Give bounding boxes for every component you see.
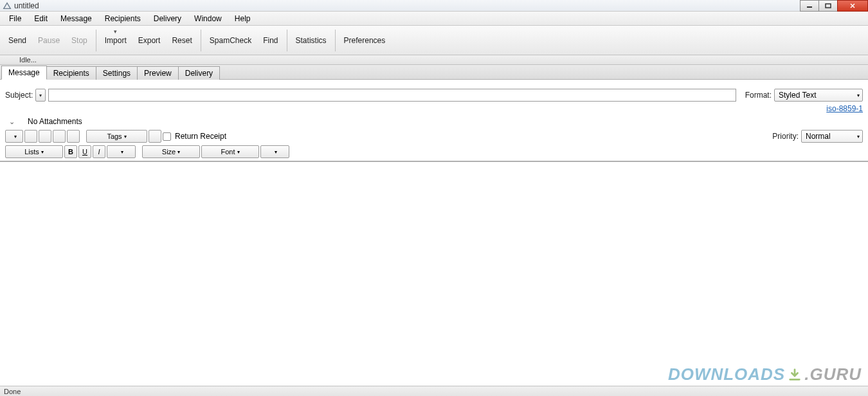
tab-preview[interactable]: Preview — [137, 66, 179, 80]
toolbar: Send Pause Stop ▾Import Export Reset Spa… — [0, 26, 868, 55]
option-button-5[interactable] — [67, 130, 80, 143]
menu-file[interactable]: File — [3, 12, 28, 25]
style-button-2[interactable]: ▾ — [260, 145, 289, 158]
menu-recipients[interactable]: Recipients — [98, 12, 147, 25]
chevron-down-icon: ▾ — [121, 149, 123, 155]
option-button-6[interactable] — [149, 130, 161, 143]
tab-delivery[interactable]: Delivery — [178, 66, 220, 80]
close-button[interactable] — [837, 0, 868, 12]
priority-select[interactable]: Normal ▾ — [801, 130, 863, 143]
priority-label: Priority: — [772, 132, 799, 141]
chevron-down-icon: ▾ — [853, 134, 860, 140]
chevron-down-icon: ▾ — [114, 28, 117, 35]
option-button-4[interactable] — [53, 130, 66, 143]
attachments-row: ⌄ No Attachments — [5, 117, 863, 126]
download-icon — [788, 368, 802, 382]
menu-window[interactable]: Window — [188, 12, 228, 25]
underline-button[interactable]: U — [78, 145, 91, 158]
stop-button[interactable]: Stop — [66, 33, 93, 48]
svg-rect-0 — [807, 6, 812, 8]
toolbar-separator — [287, 30, 287, 51]
menubar: File Edit Message Recipients Delivery Wi… — [0, 12, 868, 26]
pause-button[interactable]: Pause — [32, 33, 66, 48]
app-icon — [3, 1, 12, 10]
titlebar: untitled — [0, 0, 868, 12]
size-button[interactable]: Size▾ — [142, 145, 200, 158]
priority-value: Normal — [806, 132, 831, 141]
tags-button[interactable]: Tags▾ — [86, 130, 147, 143]
lists-button[interactable]: Lists▾ — [5, 145, 63, 158]
import-button[interactable]: ▾Import — [99, 33, 132, 48]
tab-recipients[interactable]: Recipients — [46, 66, 96, 80]
spamcheck-button[interactable]: SpamCheck — [204, 33, 257, 48]
chevron-down-icon: ▾ — [177, 149, 180, 155]
tab-message[interactable]: Message — [1, 66, 47, 80]
message-panel: Subject: ▾ Format: Styled Text ▾ iso-885… — [0, 80, 868, 368]
menu-delivery[interactable]: Delivery — [147, 12, 188, 25]
subject-label: Subject: — [5, 91, 33, 100]
window-controls — [800, 0, 868, 12]
menu-message[interactable]: Message — [54, 12, 98, 25]
status-text: Idle... — [19, 56, 37, 64]
toolbar-separator — [201, 30, 201, 51]
statistics-button[interactable]: Statistics — [290, 33, 332, 48]
find-button[interactable]: Find — [257, 33, 284, 48]
window-title: untitled — [14, 1, 39, 10]
attachments-label: No Attachments — [28, 117, 82, 126]
maximize-button[interactable] — [818, 0, 838, 12]
chevron-down-icon: ▾ — [124, 134, 127, 140]
export-button[interactable]: Export — [132, 33, 167, 48]
menu-edit[interactable]: Edit — [28, 12, 54, 25]
message-editor[interactable] — [5, 162, 863, 368]
statusbar-text: Done — [4, 388, 21, 395]
statusbar: Done — [0, 386, 868, 396]
chevron-down-icon: ▾ — [14, 134, 17, 140]
tags-label: Tags — [107, 132, 122, 140]
chevron-down-icon: ▾ — [275, 149, 277, 155]
format-label: Format: — [745, 91, 772, 100]
format-value: Styled Text — [779, 91, 816, 100]
option-button-2[interactable] — [24, 130, 37, 143]
chevron-down-icon: ▾ — [41, 149, 44, 155]
tabbar: Message Recipients Settings Preview Deli… — [0, 65, 868, 80]
option-button-1[interactable]: ▾ — [5, 130, 23, 143]
encoding-link[interactable]: iso-8859-1 — [826, 104, 863, 113]
option-button-3[interactable] — [39, 130, 51, 143]
lists-label: Lists — [24, 148, 39, 156]
subject-history-button[interactable]: ▾ — [35, 89, 46, 102]
preferences-button[interactable]: Preferences — [338, 33, 392, 48]
font-button[interactable]: Font▾ — [201, 145, 259, 158]
size-label: Size — [162, 148, 176, 156]
watermark-right: .GURU — [804, 364, 862, 384]
return-receipt-checkbox[interactable] — [163, 132, 171, 141]
send-button[interactable]: Send — [3, 33, 32, 48]
format-toolbar: Lists▾ B U I ▾ Size▾ Font▾ ▾ — [5, 145, 863, 158]
expand-icon[interactable]: ⌄ — [9, 118, 15, 126]
svg-rect-1 — [826, 4, 831, 8]
menu-help[interactable]: Help — [228, 12, 257, 25]
watermark: DOWNLOADS .GURU — [668, 364, 862, 384]
minimize-button[interactable] — [800, 0, 819, 12]
subject-row: Subject: ▾ Format: Styled Text ▾ — [5, 89, 863, 102]
tab-settings[interactable]: Settings — [96, 66, 138, 80]
options-row: ▾ Tags▾ Return Receipt Priority: Normal … — [5, 130, 863, 143]
toolbar-separator — [96, 30, 96, 51]
italic-button[interactable]: I — [93, 145, 105, 158]
encoding-row: iso-8859-1 — [5, 104, 863, 113]
status-line: Idle... — [0, 55, 868, 65]
font-label: Font — [221, 148, 235, 156]
format-select[interactable]: Styled Text ▾ — [774, 89, 863, 102]
style-button-1[interactable]: ▾ — [107, 145, 136, 158]
import-label: Import — [105, 36, 127, 45]
chevron-down-icon: ▾ — [39, 93, 42, 98]
toolbar-separator — [335, 30, 336, 51]
chevron-down-icon: ▾ — [853, 93, 860, 98]
watermark-left: DOWNLOADS — [668, 364, 785, 384]
bold-button[interactable]: B — [64, 145, 77, 158]
chevron-down-icon: ▾ — [237, 149, 240, 155]
subject-input[interactable] — [48, 89, 736, 102]
reset-button[interactable]: Reset — [166, 33, 197, 48]
return-receipt-label: Return Receipt — [175, 132, 226, 141]
